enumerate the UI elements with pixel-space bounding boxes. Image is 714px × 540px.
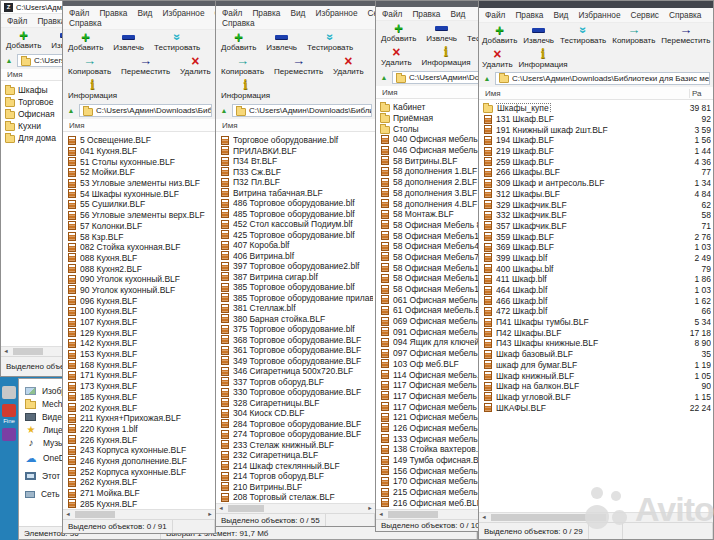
file-row[interactable]: 210 Витрины.BLF <box>216 482 375 493</box>
file-row[interactable]: 385 Торговое оборудование.blf <box>216 282 375 293</box>
menu-item[interactable]: Вид <box>450 9 465 19</box>
info-button[interactable]: Информация <box>63 78 122 102</box>
file-row[interactable]: 191 Книжный шкаф 2шт.BLF 3 59 <box>479 124 713 135</box>
file-row[interactable]: 346 Сигаретница 500x720.BLF <box>216 366 375 377</box>
delete-button[interactable]: Удалить <box>328 54 369 78</box>
scroll-thumb[interactable] <box>491 514 606 521</box>
file-row[interactable]: 56 Угловые элементы верх.BLF <box>63 210 215 221</box>
file-row[interactable]: 369 Шкаф.BLF 1 03 <box>479 242 713 253</box>
file-row[interactable]: 54 Шкафы кухонные.BLF <box>63 188 215 199</box>
scroll-left-icon[interactable] <box>479 513 489 522</box>
file-row[interactable]: 243 Корпуса кухонные.BLF <box>63 445 215 456</box>
file-row[interactable]: 312 Шкафы.BLF 4 84 <box>479 189 713 200</box>
file-row[interactable]: ПРИЛАВКИ.BLF <box>216 146 375 157</box>
move-button[interactable]: Переместить <box>269 54 328 78</box>
info-button[interactable]: Информация <box>516 47 571 69</box>
file-row[interactable]: 214 Торгов оборуд.BLF <box>216 471 375 482</box>
file-row[interactable]: 246 Кухня дополнение.BLF <box>63 456 215 467</box>
address-input[interactable]: C:\Users\Админ\Downloads\Библиотеки для … <box>79 104 212 117</box>
move-button[interactable]: Переместить <box>116 54 175 78</box>
file-row[interactable]: 082 Стойка кухонная.BLF <box>63 242 215 253</box>
menu-item[interactable]: Справка <box>69 18 102 28</box>
file-row[interactable]: 233 Стелаж книжный.BLF <box>216 440 375 451</box>
menu-item[interactable]: Файл <box>7 16 27 26</box>
scroll-left-icon[interactable] <box>376 510 386 519</box>
file-row[interactable]: Торговое оборудование.blf <box>216 135 375 146</box>
add-button[interactable]: Добавить <box>1 28 46 52</box>
add-button[interactable]: Добавить <box>63 30 108 54</box>
scroll-left-icon[interactable] <box>216 504 226 513</box>
desktop-icon[interactable]: Fine <box>1 404 17 424</box>
file-row[interactable]: 387 Витрина сигар.blf <box>216 272 375 283</box>
file-row[interactable]: 329 Шкафчик.BLF 62 <box>479 199 713 210</box>
list-item[interactable]: Офисная <box>1 108 67 120</box>
scroll-thumb[interactable] <box>75 511 115 518</box>
file-row[interactable]: 096 Кухня.BLF <box>63 295 215 306</box>
file-row[interactable]: 485 Торговое оборудование.blf <box>216 209 375 220</box>
file-row[interactable]: 226 Кухня.BLF <box>63 434 215 445</box>
horizontal-scrollbar[interactable] <box>216 503 375 513</box>
add-button[interactable]: Добавить <box>479 23 520 47</box>
file-row[interactable]: 309 Шкаф и антресоль.BLF 1 34 <box>479 178 713 189</box>
menu-item[interactable]: Правка <box>99 8 127 18</box>
extract-button[interactable]: Извлечь <box>520 23 557 47</box>
file-row[interactable]: 219 Шкаф.BLF 1 44 <box>479 146 713 157</box>
address-input[interactable]: C:\Users\Админ\Downloads\Библиотеки для … <box>495 72 710 85</box>
file-row[interactable]: 211 Кухня+Прихожая.BLF <box>63 413 215 424</box>
menu-item[interactable]: Справка <box>222 18 255 28</box>
add-button[interactable]: Добавить <box>376 21 421 45</box>
scroll-thumb[interactable] <box>228 505 264 512</box>
column-header[interactable]: Имя <box>63 119 215 132</box>
menu-item[interactable]: Вид <box>137 8 152 18</box>
add-button[interactable]: Добавить <box>216 30 261 54</box>
menu-item[interactable]: Правка <box>515 10 543 20</box>
file-row[interactable]: 58 Кзр.BLF <box>63 231 215 242</box>
file-row[interactable]: 368 Торговое оборудование.BLF <box>216 335 375 346</box>
file-row[interactable]: 357 Шкафчик.BLF 71 <box>479 221 713 232</box>
move-button[interactable]: Переместить <box>658 23 713 47</box>
file-row[interactable]: 361 Торговое оборудование.BLF <box>216 345 375 356</box>
file-row[interactable]: П33 Сж.BLF <box>216 167 375 178</box>
scroll-thumb[interactable] <box>13 348 43 355</box>
file-row[interactable]: 271 Мойка.BLF <box>63 488 215 499</box>
file-row[interactable]: 185 Кухня.BLF <box>63 392 215 403</box>
file-row[interactable]: 259 Шкаф.BLF 4 36 <box>479 156 713 167</box>
file-row[interactable]: 425 Торговое оборудование.blf <box>216 230 375 241</box>
file-row[interactable]: 100 Кухня.BLF <box>63 306 215 317</box>
desktop-icon[interactable] <box>1 386 17 400</box>
up-folder-icon[interactable] <box>379 74 389 81</box>
file-row[interactable]: 90 Уголок кухонный.BLF <box>63 285 215 296</box>
delete-button[interactable]: Удалить <box>376 45 417 69</box>
scroll-right-icon[interactable] <box>205 510 215 519</box>
file-row[interactable]: 041 Кухня.BLF <box>63 146 215 157</box>
file-row[interactable]: 452 Стол кассовый Подиум.blf <box>216 219 375 230</box>
file-row[interactable]: ШКАФЫ.BLF 22 24 <box>479 402 713 413</box>
file-row[interactable]: 220 Кухня 1.blf <box>63 424 215 435</box>
file-row[interactable]: 171 Кухня.BLF <box>63 370 215 381</box>
test-button[interactable]: Тестировать <box>557 23 609 47</box>
file-row[interactable]: 284 Торговое оборудование.BLF <box>216 419 375 430</box>
file-row[interactable]: 285 Кухня.BLF <box>63 498 215 509</box>
scroll-left-icon[interactable] <box>1 347 11 356</box>
up-folder-icon[interactable] <box>66 107 76 114</box>
scroll-left-icon[interactable] <box>63 510 73 519</box>
file-row[interactable]: 252 Корпуса кухонные.BLF <box>63 466 215 477</box>
menu-item[interactable]: Файл <box>382 9 402 19</box>
test-button[interactable]: Тестировать <box>302 30 358 54</box>
extract-button[interactable]: Извлечь <box>421 21 462 45</box>
file-row[interactable]: 52 Мойки.BLF <box>63 167 215 178</box>
window-title-bar[interactable]: C:\Users\Админ\Downloads\Библиотеки <box>1 1 67 14</box>
up-folder-icon[interactable] <box>4 57 14 64</box>
test-button[interactable]: Тестировать <box>149 30 205 54</box>
file-row[interactable]: 168 Кухня.BLF <box>63 359 215 370</box>
column-header[interactable]: Имя Ра <box>479 87 713 100</box>
file-row[interactable]: 328 Сигаретницы.BLF <box>216 398 375 409</box>
file-row[interactable]: 202 Кухня.BLF <box>63 402 215 413</box>
file-row[interactable]: 464 Шкаф.blf 1 03 <box>479 285 713 296</box>
file-row[interactable]: 274 Торговое оборудование.BLF <box>216 429 375 440</box>
file-row[interactable]: 375 Торговое оборудование.blf <box>216 324 375 335</box>
file-row[interactable]: 214 Шкаф стеклянный.BLF <box>216 461 375 472</box>
horizontal-scrollbar[interactable] <box>1 346 67 356</box>
file-row[interactable]: 381 Стеллаж.blf <box>216 303 375 314</box>
file-row[interactable]: 330 Торговое оборудование.BLF <box>216 387 375 398</box>
